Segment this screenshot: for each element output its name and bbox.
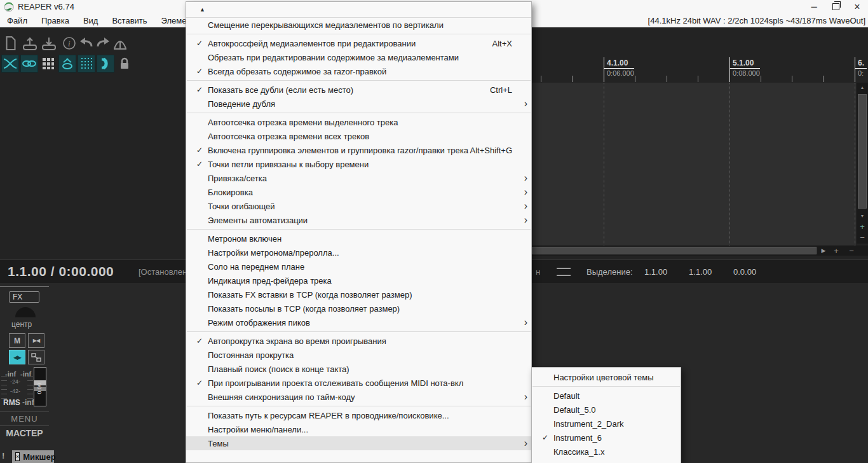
mono-icon: ▶◀ xyxy=(33,338,39,343)
fx-button[interactable]: FX xyxy=(9,291,39,303)
fader-value: 0.00 xyxy=(36,383,43,394)
menu-item-snap-grid[interactable]: Привязка/сетка› xyxy=(186,171,531,185)
menu-item-show-sends-tcp[interactable]: Показать посылы в TCP (когда позволяет р… xyxy=(186,301,531,315)
menu-item-midi-note-chase[interactable]: ✓При проигрывании проекта отслеживать со… xyxy=(186,376,531,390)
master-menu-button[interactable]: MENU xyxy=(0,414,49,424)
menu-item-metronome-enabled[interactable]: Метроном включен xyxy=(186,232,531,245)
pan-knob[interactable] xyxy=(15,307,36,317)
play-position[interactable]: 1.1.00 / 0:00.000 xyxy=(8,264,114,279)
redo-icon[interactable] xyxy=(95,34,112,52)
lock-icon[interactable] xyxy=(116,55,133,73)
menu-item-solo-in-front[interactable]: Соло на переднем плане xyxy=(186,259,531,273)
stereo-icon: ◀▶ xyxy=(13,354,21,361)
menu-insert[interactable]: Вставить xyxy=(105,13,154,27)
playrate-slider[interactable] xyxy=(557,268,571,269)
menu-item-show-fx-tcp[interactable]: Показать FX вставки в TCP (когда позволя… xyxy=(186,287,531,301)
submenu-arrow-icon: › xyxy=(519,188,527,197)
stereo-mode-button[interactable]: ◀▶ xyxy=(9,350,25,364)
menu-item-continuous-scroll[interactable]: Постоянная прокрутка xyxy=(186,348,531,362)
selection-label: Выделение: xyxy=(587,267,633,277)
item-grouping-icon[interactable] xyxy=(58,55,76,73)
menu-item-customize-menus[interactable]: Настройки меню/панели... xyxy=(186,422,531,436)
submenu-item-theme-settings[interactable]: Настройки цветовой темы xyxy=(532,370,681,384)
mute-button[interactable]: M xyxy=(9,333,25,348)
menu-edit[interactable]: Правка xyxy=(34,13,76,27)
horizontal-scrollbar[interactable]: ▶ + − xyxy=(531,245,868,256)
ripple-link-icon[interactable] xyxy=(20,55,38,73)
scroll-up-icon: ▲ xyxy=(200,6,205,13)
selection-end[interactable]: 1.1.00 xyxy=(689,267,712,277)
menu-item-themes[interactable]: Темы› xyxy=(186,436,531,450)
rms-readout: RMS -inf xyxy=(3,398,34,407)
menu-scroll-up[interactable]: ▲ xyxy=(186,2,531,17)
hscroll-thumb[interactable] xyxy=(532,247,817,254)
submenu-item-klassika[interactable]: Классика_1.x xyxy=(532,445,681,459)
scroll-right-icon[interactable]: ▶ xyxy=(818,245,829,256)
menu-item-loop-points-linked[interactable]: ✓Точки петли привязаны к выбору времени xyxy=(186,157,531,171)
scroll-up-icon[interactable]: ▲ xyxy=(857,83,868,92)
menu-item-autopunch-all[interactable]: Автоотсечка отрезка времени всех треков xyxy=(186,129,531,143)
mono-button[interactable]: ▶◀ xyxy=(28,333,44,348)
menu-item-automation-items[interactable]: Элементы автоматизации› xyxy=(186,213,531,227)
menu-item-offset-overlapping[interactable]: Смещение перекрывающихся медиаэлементов … xyxy=(186,18,531,32)
project-info-icon[interactable]: i xyxy=(61,34,78,52)
menu-item-external-sync[interactable]: Внешняя синхронизация по тайм-коду› xyxy=(186,390,531,404)
menu-item-take-behavior[interactable]: Поведение дубля› xyxy=(186,97,531,111)
menu-item-trim-content[interactable]: Обрезать при редактировании содержимое з… xyxy=(186,50,531,64)
restore-button[interactable] xyxy=(825,0,846,13)
minimize-button[interactable]: ─ xyxy=(803,0,825,13)
open-project-icon[interactable] xyxy=(22,34,38,52)
scroll-down-icon[interactable]: ▼ xyxy=(857,211,868,220)
view-menu-popup: ▲ Смещение перекрывающихся медиаэлементо… xyxy=(186,1,532,463)
routing-button[interactable] xyxy=(28,350,44,364)
mixer-tab[interactable]: × Микшер xyxy=(12,450,54,463)
menu-item-prefader-metering[interactable]: Индикация пред-фейдера трека xyxy=(186,273,531,287)
metronome-icon[interactable] xyxy=(112,34,128,52)
zoom-out-v-icon[interactable]: − xyxy=(857,233,868,242)
submenu-item-instrument-6[interactable]: ✓Instrument_6 xyxy=(532,431,681,445)
svg-text:i: i xyxy=(68,39,71,48)
menu-item-metronome-settings[interactable]: Настройки метронома/преролла... xyxy=(186,245,531,259)
zoom-out-h-icon[interactable]: − xyxy=(846,245,857,256)
menu-item-show-takes[interactable]: ✓Показать все дубли (если есть место)Ctr… xyxy=(186,83,531,97)
window-title: REAPER v6.74 xyxy=(18,2,74,11)
vertical-scrollbar[interactable]: ▲ ▼ xyxy=(857,83,868,244)
menu-item-autopunch-selected[interactable]: Автоотсечка отрезка времени выделенного … xyxy=(186,115,531,129)
snap-grid-icon[interactable] xyxy=(78,55,95,73)
master-track-label: МАСТЕР xyxy=(0,428,49,438)
ruler-marker: 5.1.00 0:08.000 xyxy=(729,59,760,77)
save-project-icon[interactable] xyxy=(41,34,57,52)
master-meter[interactable]: 0.00 xyxy=(34,367,46,406)
grid-dots-icon[interactable] xyxy=(39,55,57,73)
check-icon: ✓ xyxy=(537,433,553,442)
pan-label: центр xyxy=(11,320,32,329)
menu-item-autocrossfade[interactable]: ✓Автокроссфейд медиаэлементов при редакт… xyxy=(186,36,531,50)
selection-start[interactable]: 1.1.00 xyxy=(644,267,667,277)
menu-item-smooth-seek[interactable]: Плавный поиск (поиск в конце такта) xyxy=(186,362,531,376)
magnet-snap-icon[interactable] xyxy=(97,55,114,73)
zoom-in-h-icon[interactable]: + xyxy=(831,245,841,256)
menu-item-locking[interactable]: Блокировка› xyxy=(186,185,531,199)
menu-item-autoscroll[interactable]: ✓Автопрокрутка экрана во время проигрыва… xyxy=(186,334,531,348)
check-icon: ✓ xyxy=(191,67,208,76)
new-project-icon[interactable] xyxy=(3,34,19,52)
submenu-item-default-5[interactable]: Default_5.0 xyxy=(532,403,681,417)
menu-view[interactable]: Вид xyxy=(76,13,105,27)
submenu-item-instrument-2-dark[interactable]: Instrument_2_Dark xyxy=(532,417,681,431)
undo-icon[interactable] xyxy=(78,34,94,52)
zoom-in-v-icon[interactable]: + xyxy=(857,222,868,232)
selection-length[interactable]: 0.0.00 xyxy=(733,267,756,277)
menu-item-show-resource-path[interactable]: Показать путь к ресурсам REAPER в провод… xyxy=(186,408,531,422)
menu-item-envelope-points[interactable]: Точки огибающей› xyxy=(186,199,531,213)
menu-item-grouping-enabled[interactable]: ✓Включена группировка элементов и группи… xyxy=(186,143,531,157)
tab-close-icon[interactable]: × xyxy=(15,452,20,461)
close-button[interactable]: × xyxy=(846,0,868,13)
menu-file[interactable]: Файл xyxy=(0,13,34,27)
playrate-slider[interactable] xyxy=(557,275,571,276)
menu-item-peaks-display-mode[interactable]: Режим отображения пиков› xyxy=(186,315,531,329)
menu-item-razor-trim[interactable]: ✓Всегда обрезать содержимое за razor-пра… xyxy=(186,64,531,78)
arrange-area[interactable] xyxy=(531,83,856,245)
vscroll-thumb[interactable] xyxy=(858,94,867,209)
submenu-item-default[interactable]: Default xyxy=(532,389,681,403)
crossfade-toggle-icon[interactable] xyxy=(1,55,19,73)
